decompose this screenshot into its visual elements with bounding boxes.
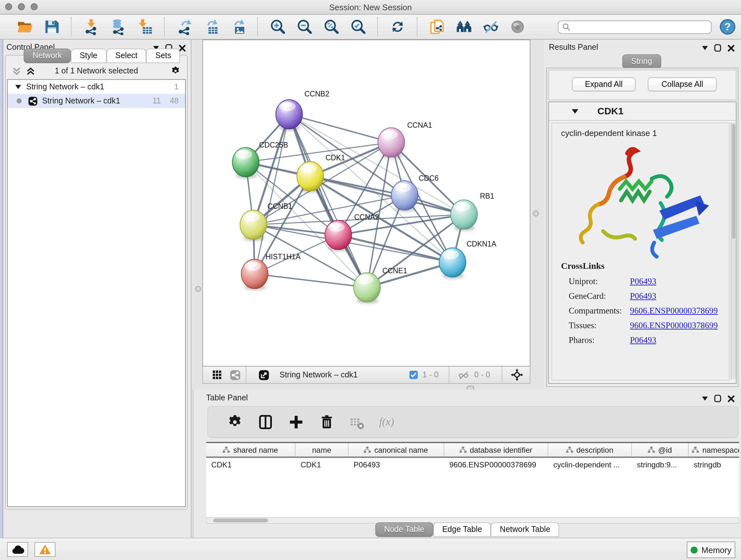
results-panel-title: Results Panel (549, 43, 598, 52)
toolbar-separator (417, 17, 418, 37)
column-header-name[interactable]: name (295, 443, 348, 456)
export-network-icon[interactable] (176, 18, 193, 35)
panel-close-icon[interactable] (728, 44, 735, 51)
delete-column-trash-icon[interactable] (319, 414, 335, 430)
node-CDC6[interactable] (391, 181, 418, 212)
node-CCNA1[interactable] (378, 128, 405, 159)
network-options-gear-icon[interactable] (171, 66, 181, 76)
tab-sets[interactable]: Sets (146, 49, 180, 63)
node-label-CCNA2: CCNA2 (354, 213, 379, 221)
panel-close-icon[interactable] (728, 395, 735, 402)
expand-all-button[interactable]: Expand All (572, 77, 636, 91)
zoom-in-icon[interactable] (269, 18, 286, 35)
open-in-window-icon[interactable] (259, 369, 269, 380)
left-divider-handle[interactable] (195, 286, 201, 292)
hide-unhide-glasses-icon[interactable] (482, 18, 499, 35)
results-panel: Results Panel String Expand All Collapse… (544, 40, 741, 389)
refresh-icon[interactable] (389, 18, 406, 35)
tab-network[interactable]: Network (23, 49, 71, 63)
export-table-icon[interactable] (203, 18, 219, 35)
memory-button[interactable]: Memory (687, 542, 735, 558)
network-row[interactable]: String Network – cdk1 11 48 (8, 94, 185, 108)
node-label-CDK1: CDK1 (326, 153, 345, 162)
warnings-button[interactable] (35, 542, 56, 557)
collapse-all-button[interactable]: Collapse All (648, 77, 717, 91)
panel-menu-icon[interactable] (702, 396, 708, 401)
results-scrollbar[interactable] (731, 123, 736, 379)
table-panel: Table Panel f(x) shared namenamecanonica… (193, 389, 741, 538)
table-scrollbar-thumb[interactable] (213, 518, 268, 522)
tab-select[interactable]: Select (106, 49, 146, 63)
node-CCNE1[interactable] (354, 273, 381, 304)
collection-expander-icon[interactable] (15, 84, 21, 89)
export-image-icon[interactable] (230, 18, 246, 35)
cloud-button[interactable] (7, 542, 28, 557)
add-column-icon[interactable] (288, 414, 305, 430)
node-CCNA2[interactable] (325, 220, 352, 251)
entry-expander-icon[interactable] (572, 109, 578, 114)
panel-menu-icon[interactable] (702, 46, 708, 50)
crosslinks-title: CrossLinks (552, 260, 729, 271)
crosslink-link[interactable]: 9606.ENSP00000378699 (630, 320, 718, 330)
node-CCNB2[interactable] (276, 100, 302, 131)
import-network-file-icon[interactable] (83, 18, 99, 35)
node-CDKN1A[interactable] (439, 248, 466, 279)
crosslink-row: Compartments:9606.ENSP00000378699 (552, 303, 729, 318)
table-options-gear-icon[interactable] (226, 414, 243, 430)
node-HIST1H1A[interactable] (241, 259, 268, 290)
panel-float-icon[interactable] (714, 395, 721, 402)
crosslink-link[interactable]: P06493 (630, 276, 657, 287)
preview-eye-icon[interactable] (509, 18, 526, 35)
copy-document-icon[interactable] (429, 18, 446, 35)
control-panel: Control Panel NetworkStyleSelectSets 1 o… (0, 40, 192, 538)
table-row[interactable]: CDK1CDK1P064939606.ENSP00000378699cyclin… (206, 458, 739, 472)
column-header-namespace[interactable]: namespace (689, 443, 739, 456)
search-field[interactable] (558, 20, 712, 34)
selected-counts: 1 - 0 (422, 370, 439, 379)
results-scrollbar-thumb[interactable] (732, 124, 735, 239)
open-session-icon[interactable] (17, 18, 33, 35)
column-header-database-identifier[interactable]: database identifier (444, 443, 548, 456)
column-header-@id[interactable]: @id (632, 443, 689, 456)
tab-style[interactable]: Style (71, 49, 107, 63)
right-divider-handle[interactable] (533, 211, 539, 216)
crosslink-link[interactable]: P06493 (630, 335, 657, 345)
column-header-shared-name[interactable]: shared name (206, 443, 295, 456)
help-icon[interactable]: ? (719, 18, 736, 35)
panel-float-icon[interactable] (714, 44, 721, 52)
network-view-mode-icon[interactable] (230, 369, 241, 380)
selected-checkbox-icon[interactable] (409, 370, 418, 379)
import-network-database-icon[interactable] (110, 18, 126, 35)
hidden-counts: 0 - 0 (474, 370, 490, 379)
zoom-out-icon[interactable] (296, 18, 313, 35)
network-collection-row[interactable]: String Network – cdk1 1 (8, 80, 185, 94)
column-header-description[interactable]: description (548, 443, 632, 456)
column-type-icon (692, 446, 699, 453)
search-icon (562, 23, 570, 31)
zoom-selected-icon[interactable] (350, 18, 366, 35)
crosslink-link[interactable]: 9606.ENSP00000378699 (630, 306, 718, 316)
string-home-icon[interactable] (456, 18, 472, 35)
crosslink-link[interactable]: P06493 (630, 291, 657, 301)
node-table: shared namenamecanonical namedatabase id… (206, 442, 739, 518)
zoom-fit-icon[interactable] (323, 18, 340, 35)
node-label-CCNE1: CCNE1 (382, 266, 407, 275)
show-columns-icon[interactable] (257, 414, 274, 430)
tab-string[interactable]: String (622, 54, 661, 69)
crosslink-label: Pharos: (569, 335, 630, 345)
tab-edge-table[interactable]: Edge Table (433, 522, 491, 537)
column-header-canonical-name[interactable]: canonical name (348, 443, 444, 456)
gene-entry-header[interactable]: CDK1 (549, 102, 736, 121)
node-CDC25B[interactable] (232, 147, 259, 179)
crosslink-label: Compartments: (569, 306, 630, 316)
tab-network-table[interactable]: Network Table (491, 522, 559, 537)
node-RB1[interactable] (451, 200, 477, 231)
grid-view-icon[interactable] (212, 370, 222, 380)
search-input[interactable] (570, 22, 707, 32)
tab-node-table[interactable]: Node Table (375, 522, 433, 537)
import-table-file-icon[interactable] (137, 18, 153, 35)
network-canvas[interactable]: CCNB2CCNA1CDC25BCDK1CDC6RB1CCNB1CCNA2CDK… (202, 40, 530, 367)
save-session-icon[interactable] (44, 18, 60, 35)
memory-label: Memory (701, 545, 731, 555)
birds-eye-crosshair-icon[interactable] (511, 368, 523, 381)
